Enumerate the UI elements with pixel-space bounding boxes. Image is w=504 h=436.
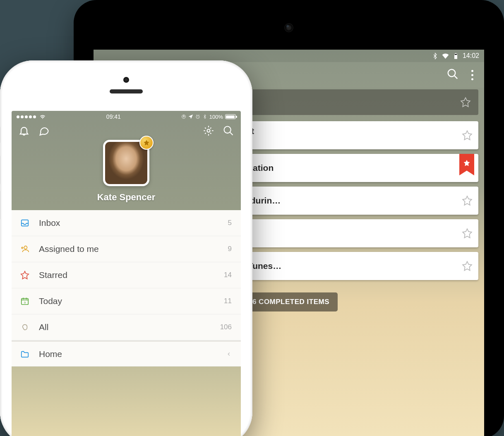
bluetooth-icon [432,53,439,60]
status-time: 14:02 [463,52,479,60]
list-label: Assigned to me [39,244,228,254]
smart-list-item[interactable]: Inbox 5 [12,210,241,236]
phone-volume-down [0,191,0,220]
bluetooth-icon [202,114,207,119]
list-count: 9 [228,245,232,253]
gear-icon [203,125,214,137]
list-count: 5 [228,219,232,227]
user-name: Kate Spencer [97,192,156,203]
signal-icon [17,115,36,118]
star-icon [143,139,150,146]
svg-point-8 [224,127,231,133]
bell-icon [18,125,30,137]
avatar[interactable] [103,140,149,186]
chat-button[interactable] [38,125,50,138]
smart-list-item[interactable]: Assigned to me 9 [12,236,241,262]
svg-line-9 [230,132,233,135]
list-count: 106 [220,323,232,331]
inbox-icon [20,218,30,228]
list-label: Home [39,349,226,359]
battery-icon [225,114,236,119]
chat-icon [38,125,50,137]
star-button[interactable] [462,228,473,239]
list-label: Inbox [39,218,228,228]
lock-icon [181,114,186,119]
assigned-icon [20,244,30,254]
svg-point-0 [448,69,456,77]
alarm-icon [195,114,200,119]
smart-list-item[interactable]: Starred 14 [12,262,241,288]
phone-volume-up [0,156,0,184]
status-time: 09:41 [106,113,121,120]
notifications-button[interactable] [18,125,30,138]
phone-sensors [0,77,252,93]
list-count: 14 [224,271,232,279]
phone-speaker [110,89,143,93]
star-icon[interactable] [460,97,471,108]
search-icon [446,68,459,80]
location-icon [188,114,193,119]
chevron-left-icon [226,349,232,359]
today-icon: 9 [20,297,30,306]
phone-mute-switch [0,127,0,143]
star-button[interactable] [462,130,473,141]
ios-status-bar: 09:41 100% [12,111,241,122]
list-item[interactable]: Home [12,340,241,367]
all-icon [20,323,30,332]
list-label: Starred [39,270,224,280]
tablet-camera [284,23,293,32]
svg-point-11 [24,246,27,249]
phone-screen: 09:41 100% [12,111,241,436]
wifi-icon [442,53,449,60]
search-icon [223,125,234,137]
list-count: 11 [224,297,232,305]
battery-icon [452,53,459,60]
folder-icon [20,350,30,359]
completed-items-chip[interactable]: 26 COMPLETED ITEMS [240,292,338,311]
svg-text:9: 9 [24,301,26,304]
battery-percent: 100% [209,114,223,120]
overflow-menu-button[interactable] [470,68,475,82]
search-button[interactable] [223,125,234,138]
svg-rect-10 [22,220,29,226]
list-label: All [39,322,220,332]
smart-list-section: Inbox 5 Assigned to me 9 Starred 149 Tod… [12,210,241,367]
phone-device: 09:41 100% [0,60,252,436]
list-label: Today [39,296,224,306]
svg-point-7 [207,129,210,132]
wifi-icon [39,113,46,120]
star-button[interactable] [462,195,473,206]
smart-list-item[interactable]: 9 Today 11 [12,288,241,314]
smart-list-item[interactable]: All 106 [12,314,241,340]
star-icon [20,271,30,280]
svg-line-1 [454,76,457,79]
search-button[interactable] [446,68,459,82]
settings-button[interactable] [203,125,214,138]
star-button[interactable] [462,261,473,271]
profile-header: Kate Spencer [12,122,241,210]
phone-camera [123,77,129,83]
star-badge [139,136,154,150]
